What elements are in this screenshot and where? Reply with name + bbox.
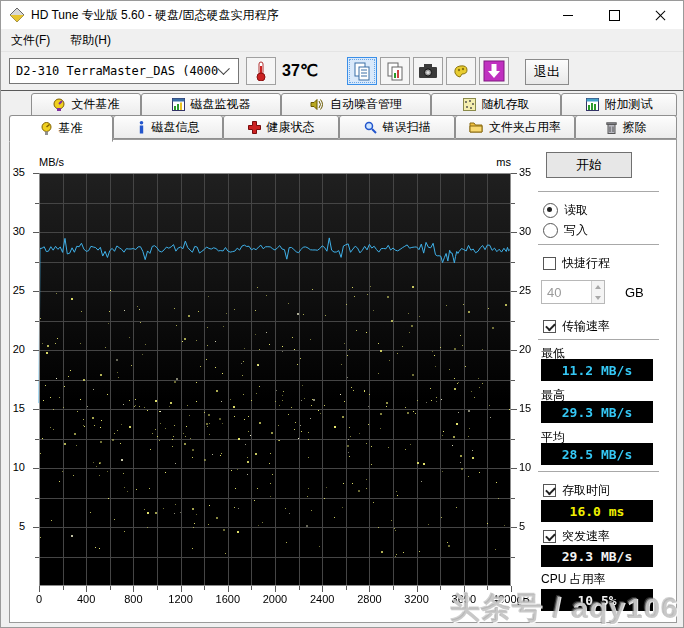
tab-health[interactable]: 健康状态 bbox=[223, 115, 339, 139]
tab-label: 错误扫描 bbox=[383, 119, 431, 136]
quantity-stepper[interactable] bbox=[591, 281, 604, 303]
min-value: 11.2 MB/s bbox=[541, 359, 653, 381]
axis-tick-label: 1600 bbox=[204, 593, 252, 605]
tab-label: 健康状态 bbox=[267, 119, 315, 136]
axis-tick-label: 35 bbox=[519, 166, 541, 178]
transfer-rate-label: 传输速率 bbox=[562, 318, 610, 335]
read-radio-label: 读取 bbox=[564, 202, 588, 219]
tab-disk-monitor[interactable]: 磁盘监视器 bbox=[141, 93, 281, 116]
access-time-value: 16.0 ms bbox=[541, 500, 653, 522]
axis-tick-label: 1200 bbox=[157, 593, 205, 605]
download-update-button[interactable] bbox=[479, 57, 509, 85]
separator bbox=[538, 191, 659, 192]
app-icon bbox=[9, 7, 25, 23]
copy-text-icon bbox=[352, 61, 372, 81]
axis-tick-label: 20 bbox=[519, 343, 541, 355]
gb-unit-label: GB bbox=[625, 285, 644, 300]
read-radio[interactable] bbox=[543, 203, 558, 218]
tab-file-benchmark[interactable]: 文件基准 bbox=[31, 93, 141, 116]
menu-help[interactable]: 帮助(H) bbox=[60, 29, 121, 51]
tab-label: 随机存取 bbox=[482, 96, 530, 113]
separator bbox=[538, 244, 659, 245]
tab-disk-info[interactable]: 磁盘信息 bbox=[113, 115, 223, 139]
axis-tick-label: 30 bbox=[3, 225, 25, 237]
benchmark-chart-canvas bbox=[29, 161, 525, 597]
minimize-button[interactable] bbox=[545, 1, 591, 29]
copy-image-icon bbox=[385, 61, 405, 81]
magnifier-icon bbox=[364, 121, 377, 134]
tab-auto-noise[interactable]: 自动噪音管理 bbox=[281, 93, 431, 116]
benchmark-chart: MB/s ms 35302520151053530252015105040080… bbox=[21, 151, 541, 621]
access-time-checkbox[interactable] bbox=[543, 484, 556, 497]
toolbar-separator bbox=[1, 90, 683, 91]
stepper-down[interactable] bbox=[592, 292, 604, 303]
close-icon bbox=[655, 10, 666, 21]
speaker-icon bbox=[310, 98, 324, 111]
folder-icon bbox=[469, 121, 483, 133]
window-title: HD Tune 专业版 5.60 - 硬盘/固态硬盘实用程序 bbox=[31, 7, 278, 24]
drive-select-value: D2-310 TerraMaster_DAS (4000 gB) bbox=[10, 64, 219, 78]
axis-tick-label: 25 bbox=[519, 284, 541, 296]
camera-icon bbox=[417, 61, 439, 81]
max-value: 29.3 MB/s bbox=[541, 401, 653, 423]
title-bar: HD Tune 专业版 5.60 - 硬盘/固态硬盘实用程序 bbox=[1, 1, 683, 29]
close-button[interactable] bbox=[637, 1, 683, 29]
separator bbox=[538, 339, 659, 340]
shortstroke-size-field[interactable] bbox=[541, 280, 605, 304]
tab-random-access[interactable]: 随机存取 bbox=[431, 93, 561, 116]
start-button[interactable]: 开始 bbox=[546, 152, 632, 178]
drive-select[interactable]: D2-310 TerraMaster_DAS (4000 gB) bbox=[9, 58, 239, 84]
exit-button[interactable]: 退出 bbox=[525, 59, 569, 85]
access-time-row[interactable]: 存取时间 bbox=[543, 482, 610, 499]
avg-value: 28.5 MB/s bbox=[541, 443, 653, 465]
extra-tests-icon bbox=[586, 98, 599, 111]
watermark: 头条号 / aqy106 bbox=[450, 588, 679, 628]
transfer-rate-checkbox[interactable] bbox=[543, 320, 556, 333]
app-window: HD Tune 专业版 5.60 - 硬盘/固态硬盘实用程序 文件(F) 帮助(… bbox=[0, 0, 684, 628]
axis-tick-label: 20 bbox=[3, 343, 25, 355]
disk-monitor-icon bbox=[172, 98, 185, 111]
tab-label: 文件夹占用率 bbox=[489, 119, 561, 136]
cpu-usage-label: CPU 占用率 bbox=[541, 571, 606, 588]
read-radio-row[interactable]: 读取 bbox=[543, 202, 588, 219]
chevron-down-icon bbox=[217, 62, 230, 75]
axis-tick-label: 2000 bbox=[251, 593, 299, 605]
random-access-icon bbox=[463, 98, 476, 111]
benchmark-icon bbox=[40, 122, 53, 135]
axis-tick-label: 400 bbox=[62, 593, 110, 605]
write-radio[interactable] bbox=[543, 223, 558, 238]
arrow-down-icon bbox=[595, 296, 601, 300]
axis-tick-label: 25 bbox=[3, 284, 25, 296]
tab-folder-usage[interactable]: 文件夹占用率 bbox=[455, 115, 575, 139]
copy-text-button[interactable] bbox=[347, 57, 377, 85]
write-radio-label: 写入 bbox=[564, 222, 588, 239]
transfer-rate-row[interactable]: 传输速率 bbox=[543, 318, 610, 335]
stepper-up[interactable] bbox=[592, 281, 604, 292]
tab-label: 基准 bbox=[59, 120, 83, 137]
tab-label: 磁盘信息 bbox=[152, 119, 200, 136]
menu-file[interactable]: 文件(F) bbox=[1, 29, 60, 51]
burst-rate-label: 突发速率 bbox=[562, 528, 610, 545]
noise-settings-button[interactable] bbox=[446, 57, 476, 85]
shortstroke-size-input[interactable] bbox=[542, 281, 591, 303]
tab-benchmark[interactable]: 基准 bbox=[9, 115, 113, 142]
axis-tick-label: 800 bbox=[109, 593, 157, 605]
maximize-button[interactable] bbox=[591, 1, 637, 29]
shortstroke-checkbox[interactable] bbox=[543, 257, 556, 270]
copy-image-button[interactable] bbox=[380, 57, 410, 85]
write-radio-row[interactable]: 写入 bbox=[543, 222, 588, 239]
burst-rate-row[interactable]: 突发速率 bbox=[543, 528, 610, 545]
screenshot-button[interactable] bbox=[413, 57, 443, 85]
tab-error-scan[interactable]: 错误扫描 bbox=[339, 115, 455, 139]
axis-tick-label: 30 bbox=[519, 225, 541, 237]
shortstroke-row[interactable]: 快捷行程 bbox=[543, 255, 610, 272]
burst-rate-checkbox[interactable] bbox=[543, 530, 556, 543]
temperature-button[interactable] bbox=[246, 57, 276, 85]
tab-label: 磁盘监视器 bbox=[191, 96, 251, 113]
axis-tick-label: 35 bbox=[3, 166, 25, 178]
tab-extra-tests[interactable]: 附加测试 bbox=[561, 93, 677, 116]
axis-tick-label: 5 bbox=[519, 520, 541, 532]
access-time-label: 存取时间 bbox=[562, 482, 610, 499]
arrow-up-icon bbox=[595, 285, 601, 289]
tab-erase[interactable]: 擦除 bbox=[575, 115, 677, 139]
